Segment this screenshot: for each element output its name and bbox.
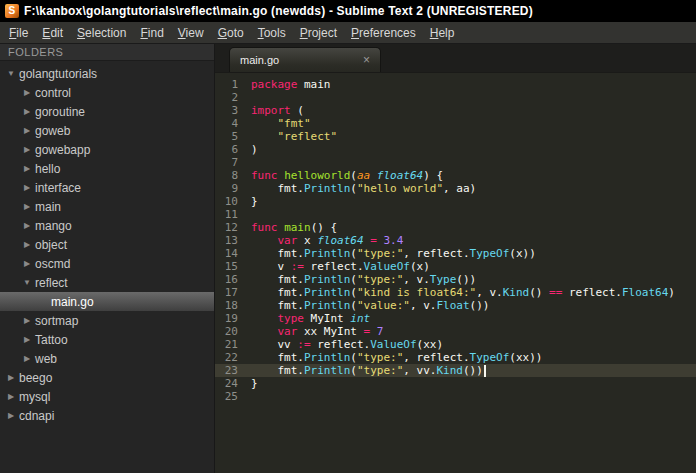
folder-object[interactable]: ▶object: [0, 235, 214, 254]
folder-control[interactable]: ▶control: [0, 83, 214, 102]
code-text: v := reflect.ValueOf(x): [251, 260, 430, 273]
chevron-right-icon[interactable]: ▶: [20, 197, 34, 216]
folder-golangtutorials[interactable]: ▼golangtutorials: [0, 64, 214, 83]
folder-reflect[interactable]: ▼reflect: [0, 273, 214, 292]
tab-close-icon[interactable]: ×: [361, 54, 372, 66]
chevron-right-icon[interactable]: ▶: [20, 83, 34, 102]
code-line-24[interactable]: 24}: [215, 377, 696, 390]
menu-preferences[interactable]: Preferences: [344, 23, 423, 43]
chevron-right-icon[interactable]: ▶: [20, 349, 34, 368]
code-line-20[interactable]: 20 var xx MyInt = 7: [215, 325, 696, 338]
folder-gowebapp[interactable]: ▶gowebapp: [0, 140, 214, 159]
folder-beego[interactable]: ▶beego: [0, 368, 214, 387]
title-bar: S F:\kanbox\golangtutorials\reflect\main…: [0, 0, 696, 22]
tab-main-go[interactable]: main.go ×: [229, 47, 381, 72]
folder-sortmap[interactable]: ▶sortmap: [0, 311, 214, 330]
tree-item-label: sortmap: [34, 314, 78, 328]
code-line-13[interactable]: 13 var x float64 = 3.4: [215, 234, 696, 247]
tree-item-label: goroutine: [34, 105, 85, 119]
menu-selection[interactable]: Selection: [70, 23, 133, 43]
code-line-19[interactable]: 19 type MyInt int: [215, 312, 696, 325]
editor-code-area[interactable]: 1package main23import (4 "fmt"5 "reflect…: [215, 73, 696, 473]
code-line-5[interactable]: 5 "reflect": [215, 130, 696, 143]
code-text: }: [251, 377, 258, 390]
chevron-right-icon[interactable]: ▶: [20, 254, 34, 273]
chevron-right-icon[interactable]: ▶: [20, 102, 34, 121]
code-text: var xx MyInt = 7: [251, 325, 383, 338]
folder-goweb[interactable]: ▶goweb: [0, 121, 214, 140]
folder-hello[interactable]: ▶hello: [0, 159, 214, 178]
tree-item-label: oscmd: [34, 257, 70, 271]
chevron-down-icon[interactable]: ▼: [4, 64, 18, 83]
chevron-right-icon[interactable]: ▶: [4, 368, 18, 387]
code-line-25[interactable]: 25: [215, 390, 696, 403]
text-cursor: [484, 365, 486, 377]
code-text: "reflect": [251, 130, 337, 143]
folder-mango[interactable]: ▶mango: [0, 216, 214, 235]
folder-web[interactable]: ▶web: [0, 349, 214, 368]
code-line-8[interactable]: 8func helloworld(aa float64) {: [215, 169, 696, 182]
code-line-7[interactable]: 7: [215, 156, 696, 169]
code-line-9[interactable]: 9 fmt.Println("hello world", aa): [215, 182, 696, 195]
code-line-16[interactable]: 16 fmt.Println("type:", v.Type()): [215, 273, 696, 286]
code-text: }: [251, 195, 258, 208]
chevron-right-icon[interactable]: ▶: [20, 178, 34, 197]
code-line-15[interactable]: 15 v := reflect.ValueOf(x): [215, 260, 696, 273]
menu-project[interactable]: Project: [293, 23, 344, 43]
code-line-4[interactable]: 4 "fmt": [215, 117, 696, 130]
line-number: 7: [215, 156, 251, 169]
folder-interface[interactable]: ▶interface: [0, 178, 214, 197]
code-line-10[interactable]: 10}: [215, 195, 696, 208]
code-line-6[interactable]: 6): [215, 143, 696, 156]
code-line-1[interactable]: 1package main: [215, 78, 696, 91]
line-number: 21: [215, 338, 251, 351]
code-line-18[interactable]: 18 fmt.Println("value:", v.Float()): [215, 299, 696, 312]
menu-view[interactable]: View: [171, 23, 211, 43]
line-number: 13: [215, 234, 251, 247]
tab-bar: main.go ×: [215, 44, 696, 73]
chevron-right-icon[interactable]: ▶: [20, 330, 34, 349]
line-number: 3: [215, 104, 251, 117]
folders-header: FOLDERS: [0, 44, 214, 61]
line-number: 2: [215, 91, 251, 104]
chevron-right-icon[interactable]: ▶: [4, 406, 18, 425]
folder-main[interactable]: ▶main: [0, 197, 214, 216]
code-line-21[interactable]: 21 vv := reflect.ValueOf(xx): [215, 338, 696, 351]
chevron-down-icon[interactable]: ▼: [20, 273, 34, 292]
chevron-right-icon[interactable]: ▶: [20, 235, 34, 254]
code-text: ): [251, 143, 258, 156]
folder-cdnapi[interactable]: ▶cdnapi: [0, 406, 214, 425]
folder-tattoo[interactable]: ▶Tattoo: [0, 330, 214, 349]
code-text: fmt.Println("value:", v.Float()): [251, 299, 489, 312]
chevron-right-icon[interactable]: ▶: [20, 140, 34, 159]
folder-mysql[interactable]: ▶mysql: [0, 387, 214, 406]
line-number: 17: [215, 286, 251, 299]
code-line-14[interactable]: 14 fmt.Println("type:", reflect.TypeOf(x…: [215, 247, 696, 260]
chevron-right-icon[interactable]: ▶: [4, 387, 18, 406]
line-number: 22: [215, 351, 251, 364]
line-number: 9: [215, 182, 251, 195]
chevron-right-icon[interactable]: ▶: [20, 121, 34, 140]
code-line-3[interactable]: 3import (: [215, 104, 696, 117]
code-line-2[interactable]: 2: [215, 91, 696, 104]
chevron-right-icon[interactable]: ▶: [20, 159, 34, 178]
code-line-12[interactable]: 12func main() {: [215, 221, 696, 234]
file-main-go[interactable]: main.go: [0, 292, 214, 311]
chevron-right-icon[interactable]: ▶: [20, 311, 34, 330]
menu-edit[interactable]: Edit: [35, 23, 70, 43]
code-line-11[interactable]: 11: [215, 208, 696, 221]
code-line-23[interactable]: 23 fmt.Println("type:", vv.Kind()): [215, 364, 696, 377]
code-line-17[interactable]: 17 fmt.Println("kind is float64:", v.Kin…: [215, 286, 696, 299]
main-area: FOLDERS ▼golangtutorials▶control▶gorouti…: [0, 44, 696, 473]
menu-find[interactable]: Find: [133, 23, 170, 43]
chevron-right-icon[interactable]: ▶: [20, 216, 34, 235]
menu-help[interactable]: Help: [423, 23, 462, 43]
code-line-22[interactable]: 22 fmt.Println("type:", reflect.TypeOf(x…: [215, 351, 696, 364]
tree-item-label: hello: [34, 162, 60, 176]
menu-file[interactable]: File: [2, 23, 35, 43]
menu-goto[interactable]: Goto: [211, 23, 251, 43]
menu-tools[interactable]: Tools: [251, 23, 293, 43]
folder-oscmd[interactable]: ▶oscmd: [0, 254, 214, 273]
folder-goroutine[interactable]: ▶goroutine: [0, 102, 214, 121]
code-text: fmt.Println("type:", reflect.TypeOf(xx)): [251, 351, 542, 364]
